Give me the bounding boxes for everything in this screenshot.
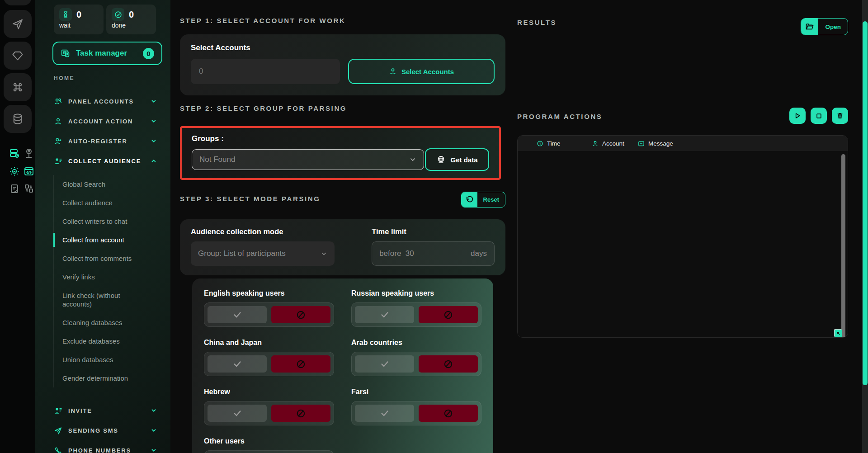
sidebar-item-label: ACCOUNT ACTION: [68, 118, 133, 125]
submenu-item-collect-from-comments[interactable]: Collect from comments: [54, 249, 155, 268]
play-button[interactable]: [789, 108, 806, 124]
done-counter-card: 0 done: [106, 5, 156, 34]
table-scrollbar-thumb[interactable]: [841, 154, 845, 338]
submenu-item-gender-determination[interactable]: Gender determination: [54, 369, 155, 387]
ban-button[interactable]: [419, 405, 478, 422]
stop-button[interactable]: [811, 108, 827, 124]
submenu-item-union-databases[interactable]: Union databases: [54, 350, 155, 369]
stop-icon: [816, 113, 822, 119]
clipboard-check-icon[interactable]: [9, 183, 20, 194]
allow-button[interactable]: [208, 306, 267, 323]
column-message: Message: [638, 140, 673, 147]
webcam-icon[interactable]: [23, 147, 35, 159]
sidebar-item-sending-sms[interactable]: SENDING SMS: [35, 420, 170, 440]
swap-icon[interactable]: [23, 183, 35, 194]
user-plus-icon: [54, 137, 62, 146]
accounts-count-input[interactable]: [191, 59, 340, 84]
send-button[interactable]: [4, 10, 32, 38]
sidebar-item-label: AUTO-REGISTER: [68, 138, 127, 145]
reset-button[interactable]: Reset: [461, 192, 505, 208]
database-icon: [11, 113, 24, 125]
diamond-icon: [11, 49, 24, 62]
submenu-item-link-check[interactable]: Link check (without accounts): [54, 286, 155, 313]
ban-button[interactable]: [271, 405, 330, 422]
rotate-ccw-icon: [462, 192, 477, 207]
sidebar: 0 wait 0 done Task manager 0 HOME PANEL: [35, 0, 170, 453]
select-accounts-button[interactable]: Select Accounts: [348, 59, 495, 84]
program-actions-table: Time Account Message: [517, 135, 848, 338]
open-results-button[interactable]: Open: [801, 18, 848, 35]
command-button[interactable]: [4, 73, 32, 101]
time-limit-input[interactable]: before 30 days: [372, 241, 495, 266]
submenu-item-cleaning-databases[interactable]: Cleaning databases: [54, 313, 155, 332]
mode-label: Audience collection mode: [191, 227, 335, 236]
sidebar-item-account-action[interactable]: ACCOUNT ACTION: [35, 111, 170, 131]
ban-button[interactable]: [419, 355, 478, 373]
icon-rail: [0, 0, 35, 453]
submenu-item-collect-writers[interactable]: Collect writers to chat: [54, 212, 155, 231]
sidebar-item-invite[interactable]: INVITE: [35, 401, 170, 420]
language-cell: English speaking users: [204, 289, 334, 327]
mode-select[interactable]: Group: List of participants: [191, 241, 335, 266]
allow-button[interactable]: [355, 355, 414, 373]
task-window-icon: [61, 48, 71, 58]
language-label: Russian speaking users: [351, 289, 481, 297]
sidebar-item-label: PHONE NUMBERS: [68, 447, 131, 453]
groups-select[interactable]: Not Found: [192, 149, 424, 170]
diamond-button[interactable]: [4, 42, 32, 70]
language-toggle: [204, 401, 334, 425]
submenu-item-verify-links[interactable]: Verify links: [54, 268, 155, 286]
language-label: Arab countries: [351, 339, 481, 347]
check-circle-icon: [112, 8, 124, 21]
language-toggle: [204, 302, 334, 327]
user-icon: [54, 117, 62, 126]
ban-button[interactable]: [419, 306, 478, 323]
table-body-empty: [518, 151, 848, 338]
results-title: RESULTS: [517, 19, 557, 26]
chevron-down-icon: [321, 250, 327, 257]
page-scrollbar-thumb[interactable]: [863, 21, 868, 385]
user-list-icon: [54, 406, 62, 415]
delete-button[interactable]: [832, 108, 848, 124]
task-manager-button[interactable]: Task manager 0: [52, 42, 162, 65]
program-actions-title: PROGRAM ACTIONS: [517, 113, 602, 120]
allow-button[interactable]: [355, 306, 414, 323]
get-data-button[interactable]: Get data: [425, 148, 489, 171]
sidebar-item-auto-register[interactable]: AUTO-REGISTER: [35, 131, 170, 151]
chevron-down-icon: [151, 447, 157, 453]
server-check-icon[interactable]: [9, 147, 20, 159]
chevron-down-icon: [151, 407, 157, 414]
ban-button[interactable]: [271, 355, 330, 373]
code-window-icon[interactable]: [23, 165, 35, 177]
language-toggle: [204, 450, 334, 453]
page-scrollbar[interactable]: [862, 0, 868, 453]
mail-icon: [638, 140, 645, 147]
gear-icon[interactable]: [9, 165, 20, 177]
phone-icon: [54, 446, 62, 453]
chevron-down-icon: [151, 138, 157, 144]
sidebar-item-phone-numbers[interactable]: PHONE NUMBERS: [35, 440, 170, 453]
rail-partial-button[interactable]: [4, 0, 32, 5]
time-limit-value: before 30: [379, 249, 414, 258]
allow-button[interactable]: [208, 405, 267, 422]
done-label: done: [112, 22, 151, 29]
resize-handle[interactable]: [835, 330, 842, 337]
groups-select-value: Not Found: [199, 155, 235, 164]
language-cell: Hebrew: [204, 388, 334, 425]
sidebar-item-panel-accounts[interactable]: PANEL ACCOUNTS: [35, 91, 170, 111]
column-time: Time: [537, 140, 592, 147]
ban-button[interactable]: [271, 306, 330, 323]
allow-button[interactable]: [355, 405, 414, 422]
sidebar-item-collect-audience[interactable]: COLLECT AUDIENCE: [35, 151, 170, 171]
main-area: STEP 1: SELECT ACCOUNT FOR WORK Select A…: [170, 0, 862, 453]
column-label: Message: [648, 140, 673, 147]
language-filters-card: English speaking users Russian speaking …: [192, 278, 493, 453]
submenu-item-collect-from-account[interactable]: Collect from account: [54, 231, 155, 249]
database-button[interactable]: [4, 105, 32, 133]
open-button-label: Open: [818, 19, 848, 35]
trash-icon: [836, 112, 844, 119]
submenu-item-global-search[interactable]: Global Search: [54, 175, 155, 193]
allow-button[interactable]: [208, 355, 267, 373]
submenu-item-collect-audience[interactable]: Collect audience: [54, 193, 155, 212]
submenu-item-exclude-databases[interactable]: Exclude databases: [54, 332, 155, 350]
